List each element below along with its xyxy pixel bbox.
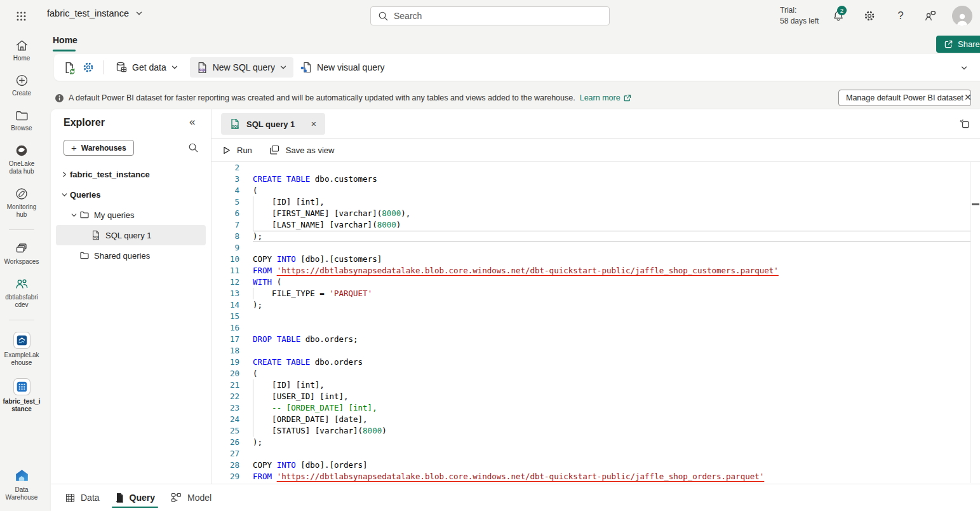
editor-line-21[interactable]: 21 [ID] [int], [211,379,971,391]
tree-item-label: Queries [70,190,100,200]
editor-line-24[interactable]: 24 [ORDER_DATE] [date], [211,414,971,425]
rail-item-create[interactable]: Create [1,72,42,99]
editor-line-10[interactable]: 10COPY INTO [dbo].[customers] [211,254,971,265]
editor-line-4[interactable]: 4( [211,185,971,196]
compass-icon [14,186,29,201]
chevron-down-icon[interactable] [59,191,70,198]
rail-item-label: Browse [11,125,32,132]
editor-line-17[interactable]: 17DROP TABLE dbo.orders; [211,334,971,345]
editor-line-12[interactable]: 12WITH ( [211,276,971,288]
chevron-right-icon[interactable] [59,171,70,178]
code-text: [LAST_NAME] [varchar](8000) [253,219,971,231]
plus-circle-icon [15,73,29,88]
code-text: [USER_ID] [int], [253,391,971,402]
settings-icon[interactable] [79,58,98,77]
sql-code-editor[interactable]: 23CREATE TABLE dbo.customers4(5 [ID] [in… [211,162,971,483]
editor-line-9[interactable]: 9 [211,242,971,254]
tree-item-sql-query-1[interactable]: SQLSQL query 1 [56,225,206,245]
code-text: FROM 'https://dbtlabsynapsedatalake.blob… [253,265,971,276]
rail-item-monitoring-hub[interactable]: Monitoring hub [1,185,42,220]
editor-line-2[interactable]: 2 [211,162,971,174]
editor-line-8[interactable]: 8); [211,231,971,242]
bottom-tab-query[interactable]: Query [112,484,158,511]
banner-close-icon[interactable]: ✕ [964,92,972,102]
plus-icon: + [71,142,77,153]
code-text: FROM 'https://dbtlabsynapsedatalake.blob… [253,471,971,482]
collapse-panel-icon[interactable]: « [189,116,195,128]
editor-scrollbar-track[interactable] [970,162,971,483]
rail-item-workspaces[interactable]: Workspaces [1,240,42,267]
editor-line-5[interactable]: 5 [ID] [int], [211,196,971,208]
query-tab[interactable]: SQL SQL query 1 ✕ [221,113,325,135]
rail-item-dbtlabsfabricdev[interactable]: dbtlabsfabri cdev [1,275,42,310]
tree-item-shared-queries[interactable]: Shared queries [56,245,206,266]
editor-line-6[interactable]: 6 [FIRST_NAME] [varchar](8000), [211,208,971,219]
code-text: COPY INTO [dbo].[customers] [253,254,971,265]
editor-line-29[interactable]: 29FROM 'https://dbtlabsynapsedatalake.bl… [211,471,971,482]
editor-line-3[interactable]: 3CREATE TABLE dbo.customers [211,174,971,185]
editor-line-19[interactable]: 19CREATE TABLE dbo.orders [211,357,971,368]
explorer-search-icon[interactable] [187,141,199,154]
editor-line-27[interactable]: 27 [211,448,971,460]
avatar[interactable] [952,6,972,26]
bottom-tab-data[interactable]: Data [62,484,103,511]
feedback-icon[interactable] [922,8,937,24]
save-as-view-button[interactable]: Save as view [269,144,335,156]
settings-gear-icon[interactable] [862,8,877,24]
share-button[interactable]: Share [936,36,980,53]
rail-item-home[interactable]: Home [1,37,42,64]
rail-item-label: Data Warehouse [6,486,38,501]
tree-item-queries[interactable]: Queries [56,184,206,205]
chevron-down-icon[interactable] [69,212,79,219]
onelake-icon [14,143,29,158]
editor-line-18[interactable]: 18 [211,345,971,357]
refresh-document-icon[interactable] [60,58,79,77]
rail-item-onelake-data-hub[interactable]: OneLake data hub [1,142,42,177]
workspace-switcher[interactable]: fabric_test_instance [47,8,143,18]
code-text [253,448,971,460]
get-data-button[interactable]: Get data [109,57,185,78]
tree-item-fabric-test-instance[interactable]: fabric_test_instance [56,164,206,184]
code-text: [STATUS] [varchar](8000) [253,425,971,437]
new-sql-query-button[interactable]: SQL New SQL query [190,57,293,78]
manage-default-dataset-button[interactable]: Manage default Power BI dataset [838,90,971,106]
editor-line-26[interactable]: 26); [211,437,971,448]
waffle-icon[interactable] [14,9,28,23]
editor-line-25[interactable]: 25 [STATUS] [varchar](8000) [211,425,971,437]
new-warehouse-button[interactable]: + Warehouses [64,140,134,156]
help-icon[interactable]: ? [893,8,908,24]
rail-item-data-warehouse[interactable]: Data Warehouse [1,466,42,503]
tree-item-my-queries[interactable]: My queries [56,205,206,225]
editor-line-22[interactable]: 22 [USER_ID] [int], [211,391,971,402]
collapse-ribbon-chevron-icon[interactable] [958,64,970,72]
play-icon [222,146,231,155]
editor-line-7[interactable]: 7 [LAST_NAME] [varchar](8000) [211,219,971,231]
search-input[interactable] [394,11,603,21]
run-button[interactable]: Run [222,146,252,155]
copy-icon[interactable] [958,118,970,130]
code-text: ); [253,437,971,448]
editor-line-11[interactable]: 11FROM 'https://dbtlabsynapsedatalake.bl… [211,265,971,276]
line-number: 17 [211,334,239,345]
tree-item-label: SQL query 1 [105,231,152,240]
editor-line-28[interactable]: 28COPY INTO [dbo].[orders] [211,460,971,471]
rail-item-fabric-test-instance[interactable]: fabric_test_i stance [1,376,42,414]
ribbon-tab-home[interactable]: Home [53,35,77,49]
line-number: 11 [211,265,239,276]
rail-item-examplelakehouse[interactable]: ExampleLak ehouse [1,330,42,368]
new-visual-query-button[interactable]: New visual query [293,57,391,78]
learn-more-link[interactable]: Learn more [580,93,631,102]
code-text [253,311,971,322]
code-text: ( [253,185,971,196]
global-search[interactable] [370,6,610,25]
editor-line-20[interactable]: 20( [211,368,971,379]
rail-item-browse[interactable]: Browse [1,107,42,133]
bottom-tab-model[interactable]: Model [167,484,215,511]
editor-line-14[interactable]: 14); [211,299,971,311]
editor-line-15[interactable]: 15 [211,311,971,322]
folder-sm-icon [79,210,90,220]
editor-line-13[interactable]: 13 FILE_TYPE = 'PARQUET' [211,288,971,299]
editor-line-16[interactable]: 16 [211,322,971,334]
close-tab-icon[interactable]: ✕ [311,120,316,128]
editor-line-23[interactable]: 23 -- [ORDER_DATE] [int], [211,402,971,414]
